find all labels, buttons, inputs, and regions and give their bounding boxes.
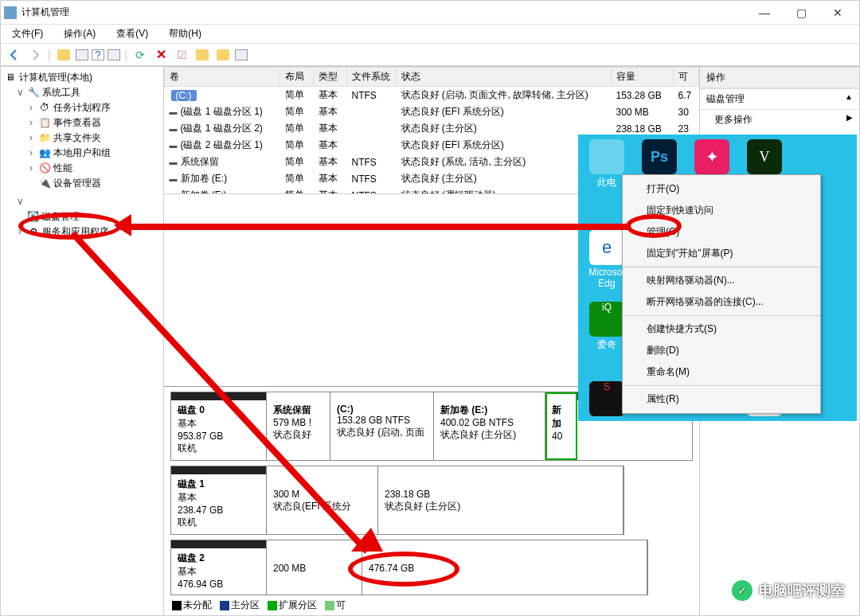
tree-device-manager[interactable]: 🔌设备管理器 — [4, 176, 163, 191]
partition[interactable]: 系统保留579 MB !状态良好 — [267, 392, 330, 460]
separator-icon — [623, 267, 820, 267]
col-layout[interactable]: 布局 — [280, 68, 314, 87]
col-status[interactable]: 状态 — [397, 68, 612, 87]
disk-label: 磁盘 1 基本 238.47 GB 联机 — [171, 466, 267, 534]
separator-icon — [623, 385, 820, 386]
folder-icon[interactable] — [57, 49, 70, 60]
refresh-icon[interactable]: ⟳ — [131, 46, 149, 64]
tree-performance[interactable]: ›🚫性能 — [4, 161, 163, 176]
watermark: ✓ 电脑吧评测室 — [732, 580, 845, 601]
minimize-button[interactable]: — — [746, 1, 783, 25]
collapse-icon: ▲ — [845, 92, 853, 106]
partition[interactable]: (C:)153.28 GB NTFS状态良好 (启动, 页面 — [330, 392, 434, 460]
menu-file[interactable]: 文件(F) — [6, 25, 49, 42]
folder2-icon[interactable] — [196, 49, 209, 60]
partition[interactable]: 新加卷 (E:)400.02 GB NTFS状态良好 (主分区) — [434, 392, 545, 460]
back-button[interactable] — [6, 46, 23, 64]
tree-root[interactable]: 🖥计算机管理(本地) — [4, 70, 163, 85]
tree-disk-management[interactable]: 💽磁盘管理 — [4, 209, 163, 224]
actions-more[interactable]: 更多操作▶ — [700, 110, 859, 130]
volume-row[interactable]: (C:)简单基本NTFS状态良好 (启动, 页面文件, 故障转储, 主分区)15… — [165, 87, 699, 104]
ctx-delete[interactable]: 删除(D) — [623, 340, 820, 361]
app-icon — [4, 6, 17, 19]
ctx-shortcut[interactable]: 创建快捷方式(S) — [623, 318, 820, 340]
menu-view[interactable]: 查看(V) — [110, 25, 154, 42]
disk-row[interactable]: 磁盘 1 基本 238.47 GB 联机 300 M状态良(EFI 系统分 23… — [170, 466, 624, 535]
maximize-button[interactable]: ▢ — [783, 1, 819, 25]
ctx-properties[interactable]: 属性(R) — [623, 388, 820, 410]
check-icon[interactable]: ☑ — [173, 46, 190, 64]
col-free[interactable]: 可 — [674, 68, 699, 87]
col-volume[interactable]: 卷 — [165, 68, 280, 87]
computer-management-window: 计算机管理 — ▢ ✕ 文件(F) 操作(A) 查看(V) 帮助(H) | ? … — [0, 0, 860, 616]
desktop-edge-icon[interactable]: eMicrosof Edg — [588, 230, 626, 289]
tree-storage-expander[interactable]: ∨ — [4, 194, 163, 209]
close-button[interactable]: ✕ — [819, 1, 856, 25]
disk-row[interactable]: 磁盘 2 基本 476.94 GB 200 MB 476.74 GB — [170, 540, 648, 595]
folder3-icon[interactable] — [217, 49, 229, 60]
actions-header: 操作 — [700, 67, 859, 88]
view1-icon[interactable] — [76, 49, 88, 60]
col-type[interactable]: 类型 — [314, 68, 347, 87]
disk-label: 磁盘 0 基本 953.87 GB 联机 — [171, 392, 267, 460]
tree-local-users[interactable]: ›👥本地用户和组 — [4, 146, 163, 161]
volume-row[interactable]: (磁盘 1 磁盘分区 1)简单基本状态良好 (EFI 系统分区)300 MB30 — [165, 103, 699, 120]
desktop-this-pc-icon[interactable]: 此电 — [588, 139, 626, 189]
ctx-map-drive[interactable]: 映射网络驱动器(N)... — [623, 270, 820, 291]
context-menu: 打开(O) 固定到快速访问 管理(G) 固定到"开始"屏幕(P) 映射网络驱动器… — [622, 174, 821, 414]
tree-services-apps[interactable]: ›⚙服务和应用程序 — [4, 224, 163, 240]
help-icon[interactable]: ? — [92, 49, 104, 60]
chevron-right-icon: ▶ — [846, 113, 853, 127]
separator-icon — [623, 315, 820, 316]
menubar: 文件(F) 操作(A) 查看(V) 帮助(H) — [1, 25, 859, 44]
partition[interactable]: 300 M状态良(EFI 系统分 — [267, 466, 378, 534]
separator-icon: | — [47, 46, 52, 64]
ctx-rename[interactable]: 重命名(M) — [623, 361, 820, 383]
tree-pane: 🖥计算机管理(本地) ∨🔧系统工具 ›⏱任务计划程序 ›📋事件查看器 ›📁共享文… — [1, 67, 164, 615]
toolbar: | ? | ⟳ ✕ ☑ — [1, 44, 859, 66]
legend: 未分配 主分区 扩展分区 可 — [164, 595, 699, 615]
tree-event-viewer[interactable]: ›📋事件查看器 — [4, 115, 163, 131]
forward-button[interactable] — [26, 46, 44, 64]
tree-task-scheduler[interactable]: ›⏱任务计划程序 — [4, 100, 163, 115]
tree-shared-folders[interactable]: ›📁共享文件夹 — [4, 131, 163, 146]
ctx-pin-start[interactable]: 固定到"开始"屏幕(P) — [623, 243, 820, 264]
window-title: 计算机管理 — [22, 6, 746, 19]
volume-header-row: 卷 布局 类型 文件系统 状态 容量 可 — [165, 68, 699, 87]
desktop-app2-icon[interactable]: S — [588, 381, 626, 418]
col-capacity[interactable]: 容量 — [612, 68, 674, 87]
menu-action[interactable]: 操作(A) — [57, 25, 102, 42]
actions-disk-mgmt[interactable]: 磁盘管理▲ — [700, 88, 859, 110]
desktop-iqiyi-icon[interactable]: iQ爱奇 — [588, 302, 626, 352]
wechat-icon: ✓ — [732, 580, 752, 601]
ctx-open[interactable]: 打开(O) — [623, 178, 820, 200]
titlebar: 计算机管理 — ▢ ✕ — [1, 1, 859, 25]
view2-icon[interactable] — [108, 49, 120, 60]
partition[interactable]: 238.18 GB状态良好 (主分区) — [378, 466, 624, 534]
ctx-disconnect-drive[interactable]: 断开网络驱动器的连接(C)... — [623, 291, 820, 313]
desktop-overlay: 此电 Ps ✦ V eMicrosof Edg ⊕36 iQ爱奇 S 📋 — [578, 135, 857, 421]
delete-icon[interactable]: ✕ — [152, 46, 170, 64]
disk-label: 磁盘 2 基本 476.94 GB — [171, 540, 267, 595]
partition[interactable]: 新加40 — [545, 392, 577, 460]
tree-system-tools[interactable]: ∨🔧系统工具 — [4, 85, 163, 100]
separator-icon: | — [123, 46, 128, 64]
ctx-pin-quick[interactable]: 固定到快速访问 — [623, 200, 820, 221]
ctx-manage[interactable]: 管理(G) — [623, 221, 820, 243]
partition[interactable]: 476.74 GB — [362, 540, 647, 595]
menu-help[interactable]: 帮助(H) — [162, 25, 208, 42]
partition[interactable]: 200 MB — [267, 540, 362, 595]
list-icon[interactable] — [235, 49, 248, 60]
col-fs[interactable]: 文件系统 — [347, 68, 397, 87]
